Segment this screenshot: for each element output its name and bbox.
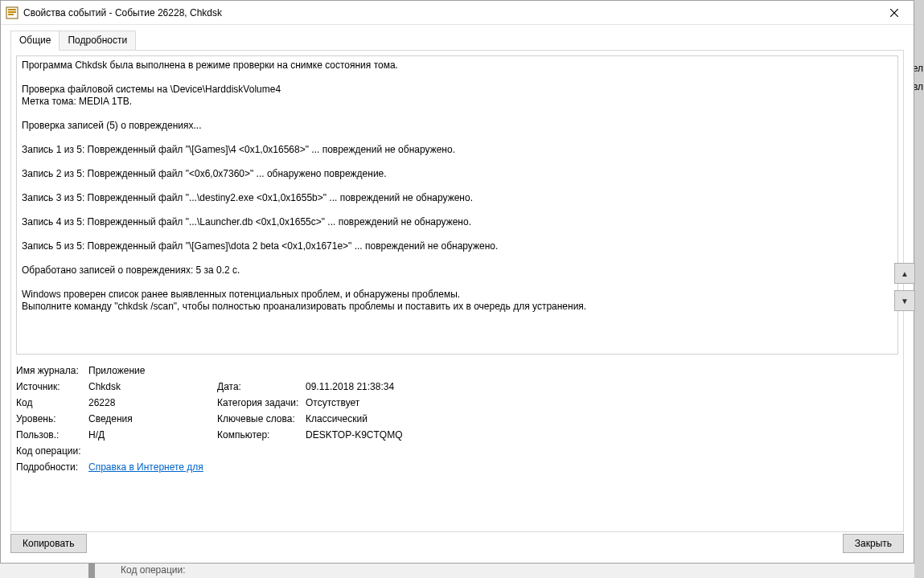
source-value: Chkdsk (88, 381, 121, 392)
svg-rect-2 (8, 11, 16, 13)
opcode-label: Код операции: (16, 445, 88, 457)
description-box[interactable]: Программа Chkdsk была выполнена в режиме… (16, 55, 898, 355)
level-value: Сведения (88, 413, 133, 424)
desc-line: Метка тома: MEDIA 1TB. (22, 96, 893, 108)
nav-buttons: ▲ ▼ (894, 263, 915, 311)
desc-line: Проверка файловой системы на \Device\Har… (22, 84, 893, 96)
level-label: Уровень: (16, 413, 88, 424)
desc-para: Запись 1 из 5: Поврежденный файл "\[Game… (22, 144, 893, 156)
desc-para: Проверка файловой системы на \Device\Har… (22, 84, 893, 108)
tab-details-label: Подробности (68, 35, 127, 46)
close-dialog-label: Закрыть (855, 538, 892, 549)
log-label: Имя журнала: (16, 365, 88, 376)
desc-para: Запись 3 из 5: Поврежденный файл "...\de… (22, 192, 893, 204)
close-dialog-button[interactable]: Закрыть (843, 534, 904, 553)
desc-line: Запись 4 из 5: Поврежденный файл "...\La… (22, 216, 893, 228)
desc-line: Windows проверен список ранее выявленных… (22, 289, 893, 301)
desc-para: Запись 2 из 5: Поврежденный файл "<0x6,0… (22, 168, 893, 180)
copy-button[interactable]: Копировать (10, 534, 87, 553)
desc-para: Запись 5 из 5: Поврежденный файл "\[Game… (22, 240, 893, 252)
help-link[interactable]: Справка в Интернете для (88, 461, 203, 473)
computer-value: DESKTOP-K9CTQMQ (306, 429, 402, 441)
titlebar[interactable]: Свойства событий - Событие 26228, Chkdsk (1, 1, 914, 25)
eventid-label: Код (16, 397, 88, 408)
desc-para: Программа Chkdsk была выполнена в режиме… (22, 59, 893, 72)
bg-opcode-label: Код операции: (121, 564, 186, 576)
dialog-footer: Копировать Закрыть (10, 534, 904, 553)
svg-rect-1 (8, 9, 16, 10)
tab-details[interactable]: Подробности (59, 31, 136, 51)
desc-para: Windows проверен список ранее выявленных… (22, 289, 893, 313)
desc-line: Проверка записей (5) о повреждениях... (22, 120, 893, 132)
desc-para: Обработано записей о повреждениях: 5 за … (22, 264, 893, 277)
close-button[interactable] (876, 1, 912, 24)
category-value: Отсутствует (306, 397, 359, 408)
log-value: Приложение (88, 365, 145, 376)
eventid-value: 26228 (88, 397, 115, 408)
moreinfo-label: Подробности: (16, 461, 88, 473)
client-area: Общие Подробности Программа Chkdsk была … (1, 25, 914, 563)
keywords-value: Классический (306, 413, 368, 424)
date-label: Дата: (217, 381, 306, 392)
user-label: Пользов.: (16, 429, 88, 441)
date-value: 09.11.2018 21:38:34 (306, 381, 394, 392)
tabstrip: Общие Подробности (10, 31, 904, 51)
desc-para: Проверка записей (5) о повреждениях... (22, 120, 893, 132)
tab-general[interactable]: Общие (10, 31, 60, 51)
window-title: Свойства событий - Событие 26228, Chkdsk (23, 7, 876, 18)
next-event-button[interactable]: ▼ (894, 290, 915, 311)
event-properties-window: Свойства событий - Событие 26228, Chkdsk… (0, 0, 914, 564)
app-icon (6, 6, 18, 19)
category-label: Категория задачи: (217, 397, 306, 408)
tab-panel-general: Программа Chkdsk была выполнена в режиме… (10, 50, 904, 532)
desc-line: Запись 2 из 5: Поврежденный файл "<0x6,0… (22, 168, 893, 180)
bg-bar (88, 562, 95, 578)
background-panel: ел вл (914, 0, 924, 578)
user-value: Н/Д (88, 429, 105, 441)
desc-line: Обработано записей о повреждениях: 5 за … (22, 264, 893, 277)
desc-line: Программа Chkdsk была выполнена в режиме… (22, 59, 893, 72)
background-stub: Код операции: (88, 562, 186, 578)
desc-para: Запись 4 из 5: Поврежденный файл "...\La… (22, 216, 893, 228)
keywords-label: Ключевые слова: (217, 413, 306, 424)
computer-label: Компьютер: (217, 429, 306, 441)
source-label: Источник: (16, 381, 88, 392)
desc-line: Запись 3 из 5: Поврежденный файл "...\de… (22, 192, 893, 204)
arrow-down-icon: ▼ (901, 297, 909, 305)
desc-line: Запись 5 из 5: Поврежденный файл "\[Game… (22, 240, 893, 252)
arrow-up-icon: ▲ (901, 269, 909, 278)
tab-general-label: Общие (19, 35, 51, 46)
desc-line: Выполните команду "chkdsk /scan", чтобы … (22, 301, 893, 313)
prev-event-button[interactable]: ▲ (894, 263, 915, 284)
desc-line: Запись 1 из 5: Поврежденный файл "\[Game… (22, 144, 893, 156)
copy-button-label: Копировать (23, 538, 75, 549)
svg-rect-3 (8, 14, 14, 15)
metadata-grid: Имя журнала: Приложение Источник: Chkdsk… (16, 363, 898, 475)
